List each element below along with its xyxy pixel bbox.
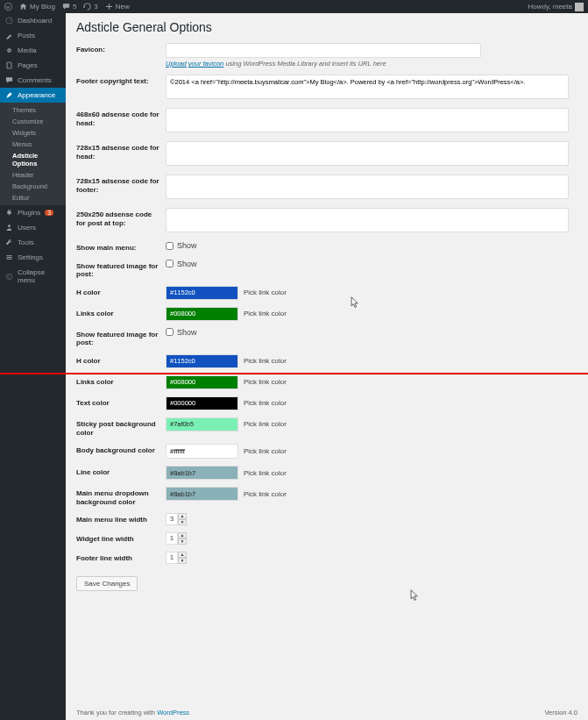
- pick-link[interactable]: Pick link color: [244, 420, 287, 428]
- avatar: [575, 3, 584, 11]
- submenu-editor[interactable]: Editor: [0, 192, 66, 203]
- stepper-down-icon[interactable]: ▼: [178, 538, 187, 545]
- row-body-bg: Body background color Pick link color: [76, 444, 577, 459]
- submenu-header[interactable]: Header: [0, 169, 66, 181]
- row-h-color-2: H color #1152c0Pick link color: [76, 354, 577, 368]
- h-color-swatch[interactable]: #1152c0: [166, 286, 238, 300]
- svg-point-10: [6, 274, 11, 279]
- collapse-menu[interactable]: Collapse menu: [0, 265, 66, 288]
- row-show-featured-1: Show featured image for post: Show: [76, 260, 577, 279]
- row-dropdown-bg: Main menu dropdown background color #8ab…: [76, 487, 577, 506]
- row-adsense-468: 468x60 adsense code for head:: [76, 108, 577, 134]
- sticky-bg-swatch[interactable]: #7af0b5: [166, 417, 238, 431]
- submenu-customize[interactable]: Customize: [0, 116, 66, 127]
- menu-users[interactable]: Users: [0, 220, 66, 235]
- stepper-down-icon[interactable]: ▼: [178, 558, 187, 564]
- widget-line-input[interactable]: 1: [166, 532, 178, 545]
- row-adsense-250: 250x250 adsense code for post at top:: [76, 208, 577, 234]
- svg-point-3: [9, 50, 11, 52]
- menu-plugins[interactable]: Plugins3: [0, 205, 66, 220]
- adsense-728f-input[interactable]: [166, 175, 569, 199]
- stepper-up-icon[interactable]: ▲: [178, 552, 187, 558]
- wordpress-link[interactable]: WordPress: [157, 709, 189, 716]
- howdy-account[interactable]: Howdy, meeta: [528, 3, 584, 11]
- submenu-background[interactable]: Background: [0, 181, 66, 192]
- label-h-color: H color: [76, 286, 166, 297]
- row-show-main-menu: Show main menu: Show: [76, 241, 577, 253]
- separator-line: [0, 373, 588, 374]
- favicon-hint: Upload your favicon using WordPress Medi…: [166, 60, 577, 68]
- pick-link[interactable]: Pick link color: [244, 378, 287, 386]
- menu-comments[interactable]: Comments: [0, 73, 66, 88]
- label-footer-line: Footer line width: [76, 552, 166, 563]
- row-links-color-2: Links color #008000Pick link color: [76, 375, 577, 389]
- label-adsense-728f: 728x15 adsense code for footer:: [76, 175, 166, 194]
- label-sticky-bg: Sticky post background color: [76, 417, 166, 437]
- pick-link[interactable]: Pick link color: [244, 447, 287, 455]
- label-widget-line: Widget line width: [76, 532, 166, 544]
- mainmenu-line-input[interactable]: 3: [166, 513, 178, 525]
- adsense-728h-input[interactable]: [166, 141, 569, 166]
- submenu-themes[interactable]: Themes: [0, 104, 66, 116]
- pick-link[interactable]: Pick link color: [244, 399, 287, 407]
- menu-media[interactable]: Media: [0, 43, 66, 58]
- row-adsense-728h: 728x15 adsense code for head:: [76, 141, 577, 168]
- text-color-swatch[interactable]: #000000: [166, 396, 238, 410]
- footer-line-input[interactable]: 1: [166, 552, 178, 564]
- stepper-up-icon[interactable]: ▲: [178, 532, 187, 538]
- pick-link[interactable]: Pick link color: [244, 310, 287, 317]
- submenu-adsticle[interactable]: Adsticle Options: [0, 150, 66, 169]
- label-footer-copyright: Footer copyright text:: [76, 75, 166, 86]
- site-name[interactable]: My Blog: [19, 3, 55, 11]
- menu-appearance[interactable]: Appearance: [0, 88, 66, 103]
- label-text-color: Text color: [76, 396, 166, 408]
- show-label: Show: [177, 260, 197, 268]
- svg-rect-9: [6, 259, 11, 260]
- label-dropdown-bg: Main menu dropdown background color: [76, 487, 166, 506]
- menu-tools[interactable]: Tools: [0, 235, 66, 250]
- pick-link[interactable]: Pick link color: [244, 469, 287, 477]
- new-content[interactable]: New: [105, 3, 130, 11]
- footer-copyright-input[interactable]: ©2014 <a href="http://meeta.buysmallcar.…: [166, 75, 569, 99]
- save-changes-button[interactable]: Save Changes: [76, 576, 138, 591]
- row-show-featured-2: Show featured image for post: Show: [76, 328, 577, 347]
- submenu-menus[interactable]: Menus: [0, 139, 66, 150]
- adsense-468-input[interactable]: [166, 108, 569, 132]
- svg-rect-7: [6, 255, 11, 256]
- label-show-featured-1: Show featured image for post:: [76, 260, 166, 279]
- menu-settings[interactable]: Settings: [0, 250, 66, 265]
- links-color-swatch-2[interactable]: #008000: [166, 375, 238, 389]
- submenu-widgets[interactable]: Widgets: [0, 127, 66, 139]
- pick-link[interactable]: Pick link color: [244, 357, 287, 365]
- pick-link[interactable]: Pick link color: [244, 289, 287, 296]
- h-color-swatch-2[interactable]: #1152c0: [166, 354, 238, 368]
- upload-favicon-link[interactable]: Upload your favicon: [166, 60, 223, 68]
- row-links-color-1: Links color #008000Pick link color: [76, 307, 577, 321]
- row-mainmenu-line: Main menu line width 3▲▼: [76, 513, 577, 525]
- favicon-input[interactable]: [166, 43, 481, 58]
- links-color-swatch[interactable]: #008000: [166, 307, 238, 321]
- menu-dashboard[interactable]: Dashboard: [0, 13, 66, 28]
- show-main-menu-checkbox[interactable]: [166, 242, 174, 250]
- menu-pages[interactable]: Pages: [0, 58, 66, 73]
- show-featured-checkbox-1[interactable]: [166, 260, 174, 267]
- plugins-badge: 3: [45, 210, 53, 216]
- comments-count[interactable]: 5: [62, 3, 76, 11]
- updates-count[interactable]: 3: [83, 3, 97, 11]
- adsense-250-input[interactable]: [166, 208, 569, 232]
- dropdown-bg-swatch[interactable]: #8ab1b7: [166, 487, 238, 501]
- wp-logo[interactable]: [4, 3, 12, 11]
- main-content: Adsticle General Options Favicon: Upload…: [66, 13, 588, 720]
- body-bg-input[interactable]: [166, 444, 238, 459]
- menu-posts[interactable]: Posts: [0, 28, 66, 43]
- label-body-bg: Body background color: [76, 444, 166, 455]
- label-links-color: Links color: [76, 307, 166, 318]
- show-label: Show: [177, 328, 197, 337]
- stepper-up-icon[interactable]: ▲: [178, 513, 187, 519]
- line-color-swatch[interactable]: #8ab1b7: [166, 466, 238, 480]
- stepper-down-icon[interactable]: ▼: [178, 519, 187, 525]
- pick-link[interactable]: Pick link color: [244, 490, 287, 498]
- label-show-main-menu: Show main menu:: [76, 241, 166, 253]
- row-line-color: Line color #8ab1b7Pick link color: [76, 466, 577, 480]
- show-featured-checkbox-2[interactable]: [166, 328, 174, 336]
